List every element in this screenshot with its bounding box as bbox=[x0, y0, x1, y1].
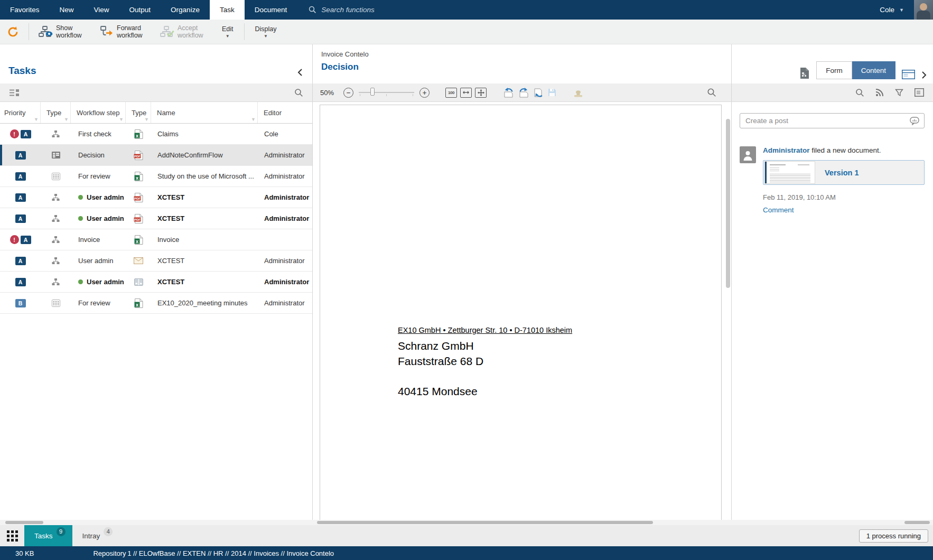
feed-hscroll-thumb[interactable] bbox=[904, 521, 930, 524]
collapse-panel-icon[interactable] bbox=[297, 68, 303, 77]
workflow-step-cell: For review bbox=[71, 172, 126, 180]
search-list-icon[interactable] bbox=[294, 88, 303, 97]
pdf-file-icon: PDF bbox=[134, 151, 143, 160]
display-menu-button[interactable]: Display ▼ bbox=[247, 20, 285, 44]
menu-item-document[interactable]: Document bbox=[245, 0, 297, 20]
tasks-panel: Tasks Priority▼ Type▼ Workflow step▼ Typ… bbox=[0, 44, 313, 520]
version-card[interactable]: Version 1 bbox=[763, 160, 925, 185]
zoom-out-icon[interactable]: − bbox=[343, 88, 353, 98]
feed-options-icon[interactable] bbox=[915, 88, 924, 97]
search-document-icon[interactable] bbox=[707, 88, 716, 97]
panel-layout-icon[interactable] bbox=[902, 70, 915, 79]
column-header-type[interactable]: Type▼ bbox=[41, 102, 71, 123]
rss-feed-icon[interactable] bbox=[875, 88, 884, 97]
column-header-name[interactable]: Name▼ bbox=[151, 102, 258, 123]
fit-page-icon[interactable] bbox=[475, 88, 487, 98]
workflow-step-cell: First check bbox=[71, 130, 126, 138]
edit-menu-button[interactable]: Edit ▼ bbox=[214, 20, 241, 44]
document-workflow-icon[interactable] bbox=[799, 67, 810, 79]
stamp-icon[interactable] bbox=[573, 88, 584, 98]
table-row[interactable]: !AFirst checkxClaimsCole bbox=[0, 124, 312, 145]
refresh-button[interactable] bbox=[0, 20, 26, 44]
list-view-icon[interactable] bbox=[9, 89, 20, 97]
task-name-cell: XCTEST bbox=[151, 208, 258, 229]
svg-text:x: x bbox=[135, 133, 138, 138]
bottom-tab-intray[interactable]: Intray 4 bbox=[72, 525, 120, 546]
xls-file-icon: x bbox=[134, 235, 143, 245]
accept-workflow-button[interactable]: Accept workflow bbox=[153, 20, 214, 44]
document-breadcrumb: Invoice Contelo bbox=[321, 50, 723, 58]
menu-item-favorites[interactable]: Favorites bbox=[0, 0, 50, 20]
process-running-button[interactable]: 1 process running bbox=[859, 529, 928, 543]
rotate-left-icon[interactable] bbox=[502, 87, 515, 98]
task-name-cell: Study on the use of Microsoft ... bbox=[151, 166, 258, 187]
zoom-slider-handle[interactable] bbox=[370, 88, 375, 96]
sort-icon: ▼ bbox=[34, 117, 39, 122]
version-link[interactable]: Version 1 bbox=[825, 169, 859, 177]
accept-workflow-icon bbox=[160, 26, 173, 38]
menu-item-view[interactable]: View bbox=[84, 0, 119, 20]
column-header-workflow-step[interactable]: Workflow step▼ bbox=[71, 102, 126, 123]
fit-width-icon[interactable] bbox=[460, 88, 472, 98]
task-editor-cell: Administrator bbox=[258, 187, 312, 208]
post-author-link[interactable]: Administrator bbox=[763, 146, 810, 154]
table-row[interactable]: !AInvoicexInvoice bbox=[0, 229, 312, 250]
create-post-input[interactable]: Create a post bbox=[740, 113, 925, 128]
forward-workflow-button[interactable]: Forward workflow bbox=[92, 20, 153, 44]
menu-item-organize[interactable]: Organize bbox=[161, 0, 210, 20]
menu-item-task[interactable]: Task bbox=[210, 0, 245, 20]
column-header-doc-type[interactable]: Type▼ bbox=[126, 102, 151, 123]
viewer-hscroll-thumb[interactable] bbox=[317, 521, 653, 524]
filter-icon[interactable] bbox=[895, 89, 903, 97]
tasks-count-badge: 9 bbox=[57, 527, 66, 536]
save-icon[interactable] bbox=[547, 88, 557, 97]
tab-form[interactable]: Form bbox=[816, 61, 852, 79]
table-row[interactable]: AUser adminPDFXCTESTAdministrator bbox=[0, 187, 312, 208]
priority-cell: A bbox=[0, 193, 41, 202]
svg-text:PDF: PDF bbox=[134, 197, 141, 200]
user-menu[interactable]: Cole ▼ bbox=[880, 0, 933, 20]
search-placeholder: Search functions bbox=[321, 6, 375, 14]
priority-cell: A bbox=[0, 151, 41, 160]
menu-item-new[interactable]: New bbox=[50, 0, 84, 20]
rotate-right-icon[interactable] bbox=[518, 87, 530, 98]
zoom-slider[interactable] bbox=[359, 87, 414, 98]
table-row[interactable]: ADecisionPDFAddNoteConfirmFlowAdministra… bbox=[0, 145, 312, 166]
chevron-down-icon: ▼ bbox=[226, 34, 230, 39]
tab-content[interactable]: Content bbox=[852, 61, 895, 79]
feed-header: Form Content bbox=[732, 44, 933, 83]
table-row[interactable]: AUser adminPDFXCTESTAdministrator bbox=[0, 208, 312, 229]
document-text: EX10 GmbH • Zettburger Str. 10 • D-71010… bbox=[398, 326, 572, 399]
menu-item-output[interactable]: Output bbox=[119, 0, 161, 20]
avatar[interactable] bbox=[914, 0, 933, 20]
table-row[interactable]: AUser adminXCTESTAdministrator bbox=[0, 250, 312, 272]
comment-link[interactable]: Comment bbox=[763, 206, 925, 214]
show-workflow-button[interactable]: Show workflow bbox=[32, 20, 92, 44]
bottom-tab-tasks[interactable]: Tasks 9 bbox=[24, 525, 72, 546]
zoom-in-icon[interactable]: + bbox=[419, 88, 430, 98]
rotate-180-icon[interactable] bbox=[533, 87, 544, 98]
task-name-cell: Claims bbox=[151, 124, 258, 145]
task-name-cell: EX10_2020_meeting minutes bbox=[151, 293, 258, 314]
expand-panel-icon[interactable] bbox=[921, 71, 927, 79]
app-launcher-icon[interactable] bbox=[0, 525, 24, 546]
workflow-step-cell: User admin bbox=[71, 214, 126, 222]
zoom-100-icon[interactable]: 100 bbox=[445, 88, 457, 98]
feed-search-icon[interactable] bbox=[855, 88, 864, 97]
column-header-priority[interactable]: Priority▼ bbox=[0, 102, 41, 123]
doc-recipient-street: Fauststraße 68 D bbox=[398, 353, 572, 369]
document-viewer: EX10 GmbH • Zettburger Str. 10 • D-71010… bbox=[313, 102, 731, 520]
global-search[interactable]: Search functions bbox=[309, 0, 375, 20]
table-row[interactable]: AFor reviewxStudy on the use of Microsof… bbox=[0, 166, 312, 187]
tasks-panel-header: Tasks bbox=[0, 44, 312, 83]
repository-path: Repository 1 // ELOwfBase // EXTEN // HR… bbox=[93, 549, 334, 557]
doc-type-cell: x bbox=[126, 129, 151, 139]
column-header-editor[interactable]: Editor bbox=[258, 102, 312, 123]
table-row[interactable]: BFor reviewxEX10_2020_meeting minutesAdm… bbox=[0, 293, 312, 314]
tasks-hscroll-thumb[interactable] bbox=[5, 521, 43, 524]
table-row[interactable]: AUser adminXCTESTAdministrator bbox=[0, 272, 312, 293]
vertical-scrollbar[interactable] bbox=[726, 119, 730, 288]
workflow-icon bbox=[52, 257, 60, 265]
doc-type-cell: PDF bbox=[126, 214, 151, 223]
sort-icon: ▼ bbox=[144, 117, 149, 122]
